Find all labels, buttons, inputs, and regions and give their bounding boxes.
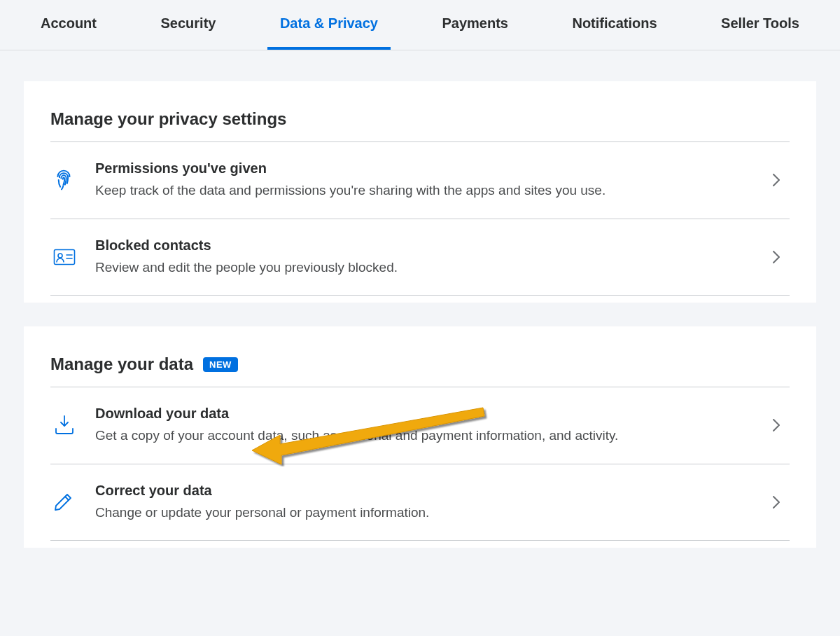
row-desc: Review and edit the people you previousl… xyxy=(95,258,752,277)
tab-seller-tools[interactable]: Seller Tools xyxy=(701,0,819,50)
svg-rect-0 xyxy=(55,249,75,264)
row-desc: Get a copy of your account data, such as… xyxy=(95,426,752,445)
chevron-right-icon xyxy=(766,173,787,187)
card-privacy-settings: Manage your privacy settings Permissions… xyxy=(24,81,816,303)
tab-payments[interactable]: Payments xyxy=(422,0,528,50)
content-area: Manage your privacy settings Permissions… xyxy=(0,50,840,548)
download-icon xyxy=(53,415,95,436)
section-title-row: Manage your data NEW xyxy=(50,354,790,387)
tab-notifications[interactable]: Notifications xyxy=(552,0,676,50)
row-download-data[interactable]: Download your data Get a copy of your ac… xyxy=(50,387,790,464)
section-title-data: Manage your data xyxy=(50,354,193,374)
tab-data-privacy[interactable]: Data & Privacy xyxy=(260,0,398,50)
row-desc: Change or update your personal or paymen… xyxy=(95,503,752,523)
svg-line-4 xyxy=(65,497,69,500)
row-desc: Keep track of the data and permissions y… xyxy=(95,181,752,200)
row-correct-data[interactable]: Correct your data Change or update your … xyxy=(50,464,790,541)
svg-point-1 xyxy=(58,254,62,258)
row-permissions[interactable]: Permissions you've given Keep track of t… xyxy=(50,142,790,219)
new-badge: NEW xyxy=(203,357,238,372)
tab-account[interactable]: Account xyxy=(21,0,116,50)
row-body: Blocked contacts Review and edit the peo… xyxy=(95,237,766,277)
chevron-right-icon xyxy=(766,418,787,432)
contact-card-icon xyxy=(53,249,95,265)
row-title: Blocked contacts xyxy=(95,237,752,254)
chevron-right-icon xyxy=(766,250,787,264)
row-title: Correct your data xyxy=(95,483,752,499)
row-blocked-contacts[interactable]: Blocked contacts Review and edit the peo… xyxy=(50,219,790,296)
row-title: Permissions you've given xyxy=(95,160,752,177)
section-title-row: Manage your privacy settings xyxy=(50,109,790,142)
card-manage-data: Manage your data NEW Download your data … xyxy=(24,326,816,548)
pencil-icon xyxy=(53,492,95,512)
chevron-right-icon xyxy=(766,495,787,509)
fingerprint-icon xyxy=(53,168,95,192)
top-tabs: Account Security Data & Privacy Payments… xyxy=(0,0,840,50)
row-body: Download your data Get a copy of your ac… xyxy=(95,406,766,445)
row-body: Permissions you've given Keep track of t… xyxy=(95,160,766,200)
row-title: Download your data xyxy=(95,406,752,422)
section-title-privacy: Manage your privacy settings xyxy=(50,109,286,129)
row-body: Correct your data Change or update your … xyxy=(95,483,766,523)
tab-security[interactable]: Security xyxy=(141,0,235,50)
